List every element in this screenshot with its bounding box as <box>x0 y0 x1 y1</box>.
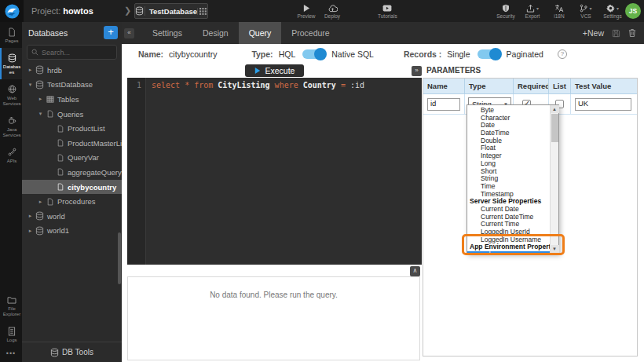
tree-item-tables[interactable]: ▸Tables <box>22 92 122 107</box>
execute-button[interactable]: Execute <box>245 64 305 77</box>
tree-item-productmasterlist[interactable]: ProductMasterList <box>22 136 122 151</box>
expander-icon[interactable]: ▸ <box>26 67 35 73</box>
expander-icon[interactable]: ▾ <box>26 82 35 88</box>
parameters-title: PARAMETERS <box>422 66 644 78</box>
file-icon <box>45 198 55 206</box>
db-icon <box>35 65 45 75</box>
add-database-button[interactable]: + <box>104 26 118 39</box>
column-header-required: Required <box>514 79 549 94</box>
sidebar-item-file-explorer[interactable]: File Explorer <box>0 290 22 321</box>
wavemaker-logo[interactable] <box>0 0 24 22</box>
dropdown-option-integer[interactable]: Integer <box>467 152 550 160</box>
project-breadcrumb: Project: howtos <box>31 6 93 16</box>
dropdown-option-long[interactable]: Long <box>467 160 550 168</box>
sidebar-item-java-services[interactable]: Java Services <box>0 111 22 142</box>
topbar-preview-button[interactable]: Preview <box>297 3 316 19</box>
collapse-tree-button[interactable]: « <box>124 28 134 38</box>
type-option-hql[interactable]: HQL <box>279 49 296 59</box>
tree-item-procedures[interactable]: ▸Procedures <box>22 194 122 209</box>
sidebar-item-pages[interactable]: Pages <box>0 22 22 48</box>
user-avatar[interactable]: JS <box>625 3 641 19</box>
scroll-up-icon[interactable]: ▲ <box>551 105 559 113</box>
db-icon <box>35 226 45 236</box>
topbar-security-button[interactable]: Security <box>496 3 515 19</box>
sidebar-item-logs[interactable]: Logs <box>0 321 22 347</box>
topbar: Project: howtos ❯ TestDatabase PreviewDe… <box>0 0 644 22</box>
dropdown-option-character[interactable]: Character <box>467 115 550 122</box>
results-panel: No data found. Please run the query. <box>127 276 420 360</box>
query-content: Name: citybycountry Type: HQL Native SQL… <box>122 44 644 362</box>
sidebar-item-web-services[interactable]: Web Services <box>0 79 22 111</box>
tree-item-queryvar[interactable]: QueryVar <box>22 151 122 166</box>
tree-scrollbar[interactable] <box>118 232 121 284</box>
dropdown-option-datetime[interactable]: DateTime <box>467 130 550 137</box>
scroll-thumb[interactable] <box>551 114 558 142</box>
type-option-nativesql[interactable]: Native SQL <box>331 49 374 59</box>
file-icon <box>55 183 65 191</box>
file-icon <box>55 125 65 133</box>
project-name: howtos <box>63 6 93 16</box>
tree-item-world1[interactable]: ▸world1 <box>22 224 122 239</box>
collapse-parameters-button[interactable]: » <box>412 66 422 76</box>
expander-icon[interactable]: ▸ <box>26 228 35 234</box>
save-button[interactable] <box>612 29 620 38</box>
tab-procedure[interactable]: Procedure <box>281 22 339 44</box>
scroll-down-icon[interactable]: ▼ <box>551 245 559 253</box>
db-icon <box>35 211 45 221</box>
topbar-settings-button[interactable]: ▾Settings <box>603 3 622 19</box>
panel-title: Databases <box>28 28 68 38</box>
tree-item-productlist[interactable]: ProductList <box>22 121 122 136</box>
dropdown-option-app-environment-properties: App Environment Properties <box>467 243 550 251</box>
entity-selector[interactable]: TestDatabase <box>134 3 208 19</box>
topbar-actions-left: PreviewDeployTutorials <box>297 0 397 22</box>
doc-icon <box>8 326 16 336</box>
dropdown-option-double[interactable]: Double <box>467 137 550 145</box>
expander-icon[interactable]: ▸ <box>36 199 45 205</box>
delete-button[interactable] <box>628 28 636 38</box>
topbar-i18n-button[interactable]: i18N <box>550 3 569 19</box>
tree-item-world[interactable]: ▸world <box>22 209 122 224</box>
databases-panel: Databases + Search... ▸hrdb▾TestDatabase… <box>22 22 122 362</box>
editor-code-line: select * from CityListing where Country … <box>146 78 364 265</box>
topbar-export-button[interactable]: ▾Export <box>523 3 542 19</box>
records-toggle[interactable] <box>478 49 501 59</box>
tree-item-aggregatequery[interactable]: aggregateQuery <box>22 165 122 180</box>
collapse-results-button[interactable]: ∧ <box>410 266 420 276</box>
db-icon <box>8 53 16 63</box>
tab-design[interactable]: Design <box>192 22 239 44</box>
expander-icon[interactable]: ▸ <box>26 213 35 219</box>
dropdown-scrollbar[interactable]: ▲ ▼ <box>550 105 558 253</box>
tree-item-testdatabase[interactable]: ▾TestDatabase <box>22 78 122 93</box>
sidebar-more-button[interactable]: ••• <box>0 347 22 360</box>
search-input[interactable]: Search... <box>27 45 117 60</box>
param-name-input[interactable]: id <box>427 98 460 111</box>
file-icon <box>45 110 55 118</box>
execute-play-icon <box>254 67 261 75</box>
tree-item-hrdb[interactable]: ▸hrdb <box>22 63 122 78</box>
sidebar-item-databases[interactable]: Databases <box>0 48 22 79</box>
expander-icon[interactable]: ▸ <box>36 96 45 102</box>
tab-settings[interactable]: Settings <box>142 22 192 44</box>
dropdown-option-float[interactable]: Float <box>467 144 550 152</box>
expander-icon[interactable]: ▾ <box>36 111 45 117</box>
type-toggle[interactable] <box>302 49 326 59</box>
sidebar-item-apis[interactable]: APIs <box>0 142 22 168</box>
new-query-button[interactable]: +New <box>583 28 604 38</box>
param-testvalue-input[interactable]: UK <box>575 98 631 111</box>
dropdown-option-string[interactable]: String <box>467 175 550 183</box>
topbar-deploy-button[interactable]: Deploy <box>323 3 342 19</box>
dropdown-option-welcome[interactable]: welcome <box>467 251 550 253</box>
dropdown-option-short[interactable]: Short <box>467 168 550 176</box>
grid-switcher-icon[interactable] <box>197 8 207 15</box>
db-tools-button[interactable]: DB Tools <box>22 342 122 362</box>
type-label: Type: <box>251 49 273 59</box>
topbar-tutorials-button[interactable]: Tutorials <box>378 3 397 19</box>
tree-item-citybycountry[interactable]: citybycountry <box>22 180 122 195</box>
search-placeholder: Search... <box>42 49 70 57</box>
globe-icon <box>8 84 16 94</box>
topbar-vcs-button[interactable]: ▾VCS <box>576 3 595 19</box>
tab-query[interactable]: Query <box>239 22 282 44</box>
sql-editor[interactable]: 1 select * from CityListing where Countr… <box>127 78 422 265</box>
coffee-icon <box>8 115 16 126</box>
tree-item-queries[interactable]: ▾Queries <box>22 107 122 122</box>
